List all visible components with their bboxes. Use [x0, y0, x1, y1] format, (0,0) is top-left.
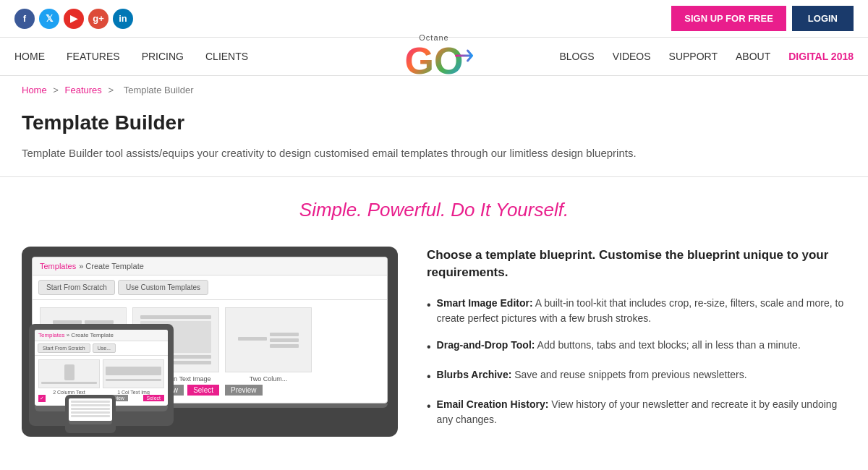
phone-screen [69, 398, 112, 421]
tablet-phone-icon [64, 364, 75, 380]
screen-tabs: Start From Scratch Use Custom Templates [33, 275, 387, 300]
nav-right: BLOGS VIDEOS SUPPORT ABOUT DIGITAL 2018 [434, 38, 854, 75]
tablet-label-2: 1 Col Text Img [103, 390, 164, 395]
breadcrumb-sep2: > [108, 85, 116, 95]
feature-text-2: Drag-and-Drop Tool: Add buttons, tabs an… [437, 338, 801, 353]
tablet-thumb-2 [103, 359, 164, 388]
content-row: Templates » Create Template Start From S… [22, 247, 846, 437]
tagline: Simple. Powerful. Do It Yourself. [22, 199, 846, 221]
template-preview-btn-3[interactable]: Preview [225, 385, 263, 396]
feature-item-3: • Blurbs Archive: Save and reuse snippet… [427, 367, 846, 385]
tablet-check-1: ✓ [38, 395, 46, 402]
nav-left: HOME FEATURES PRICING CLIENTS [14, 38, 434, 75]
content-heading: Choose a template blueprint. Customise t… [427, 247, 846, 281]
logo-arrow-icon [454, 46, 479, 65]
phone-line-2 [71, 404, 110, 406]
feature-name-2: Drag-and-Drop Tool: [437, 339, 535, 351]
top-buttons: SIGN UP FOR FREE LOGIN [671, 6, 854, 31]
feature-name-1: Smart Image Editor: [437, 297, 533, 309]
youtube-icon[interactable]: ▶ [64, 9, 84, 29]
nav-home[interactable]: HOME [14, 38, 45, 75]
bullet-1: • [427, 296, 431, 314]
template-label-3: Two Colum... [225, 375, 312, 383]
logo[interactable]: Octane GO [405, 29, 464, 84]
breadcrumb-sep1: > [53, 85, 61, 95]
feature-item-4: • Email Creation History: View history o… [427, 397, 846, 427]
googleplus-icon[interactable]: g+ [88, 9, 109, 29]
breadcrumb-features[interactable]: Features [65, 85, 102, 95]
screenshot-container: Templates » Create Template Start From S… [22, 247, 398, 437]
screen-tab-custom[interactable]: Use Custom Templates [118, 280, 208, 295]
feature-desc-2: Add buttons, tabs and text blocks; all i… [537, 339, 801, 351]
nav-videos[interactable]: VIDEOS [613, 38, 651, 75]
login-button[interactable]: LOGIN [792, 6, 854, 31]
nav-digital2018[interactable]: DIGITAL 2018 [788, 38, 854, 75]
phone-bottom-bar [69, 421, 112, 424]
template-item-3: Two Colum... Preview [225, 307, 312, 396]
right-content: Choose a template blueprint. Customise t… [427, 247, 846, 427]
tablet-thumb-1 [38, 359, 100, 388]
page-title: Template Builder [22, 111, 846, 134]
main-content: Simple. Powerful. Do It Yourself. Templa… [0, 177, 868, 451]
navigation: HOME FEATURES PRICING CLIENTS Octane GO … [0, 37, 868, 76]
feature-text-3: Blurbs Archive: Save and reuse snippets … [437, 367, 747, 383]
screen-header: Templates » Create Template [33, 257, 387, 275]
feature-list: • Smart Image Editor: A built-in tool-ki… [427, 296, 846, 427]
nav-clients[interactable]: CLIENTS [205, 38, 248, 75]
feature-name-4: Email Creation History: [437, 398, 549, 410]
signup-button[interactable]: SIGN UP FOR FREE [671, 6, 786, 31]
page-title-section: Template Builder Template Builder tool a… [0, 104, 868, 177]
phone-line-5 [71, 415, 110, 417]
tablet-tabs: Start From Scratch Use... [35, 341, 168, 356]
breadcrumb-home[interactable]: Home [22, 85, 47, 95]
twitter-icon[interactable]: 𝕏 [39, 9, 59, 29]
screen-tab-scratch[interactable]: Start From Scratch [38, 280, 115, 295]
feature-item-1: • Smart Image Editor: A built-in tool-ki… [427, 296, 846, 326]
feature-text-1: Smart Image Editor: A built-in tool-kit … [437, 296, 846, 326]
tablet-line-1 [41, 382, 97, 384]
template-select-btn-2[interactable]: Select [187, 385, 219, 396]
template-thumb-3 [225, 307, 312, 372]
bullet-4: • [427, 398, 431, 415]
tablet-label-1: 2 Column Text [38, 390, 100, 395]
nav-blogs[interactable]: BLOGS [559, 38, 594, 75]
tablet-tab-custom[interactable]: Use... [93, 343, 116, 353]
nav-support[interactable]: SUPPORT [669, 38, 718, 75]
phone-line-4 [71, 411, 110, 414]
bullet-2: • [427, 338, 431, 356]
screen-outer: Templates » Create Template Start From S… [22, 247, 398, 437]
nav-about[interactable]: ABOUT [736, 38, 770, 75]
tablet-line-2 [106, 379, 161, 381]
tablet-header: Templates » Create Template [35, 330, 168, 341]
phone-line-1 [71, 401, 110, 403]
phone-overlay [65, 395, 116, 433]
linkedin-icon[interactable]: in [113, 9, 133, 29]
feature-name-3: Blurbs Archive: [437, 369, 512, 380]
nav-features[interactable]: FEATURES [67, 38, 120, 75]
feature-item-2: • Drag-and-Drop Tool: Add buttons, tabs … [427, 338, 846, 356]
feature-desc-3: Save and reuse snippets from previous ne… [514, 369, 746, 380]
tablet-tab-scratch[interactable]: Start From Scratch [38, 343, 90, 353]
phone-line-3 [71, 408, 110, 410]
page-description: Template Builder tool assists/equips you… [22, 145, 673, 162]
template-select-row-3: Preview [225, 385, 312, 396]
bullet-3: • [427, 368, 431, 385]
social-icons: f 𝕏 ▶ g+ in [14, 9, 133, 29]
facebook-icon[interactable]: f [14, 9, 35, 29]
tablet-select-btn-2[interactable]: Select [143, 395, 164, 401]
feature-text-4: Email Creation History: View history of … [437, 397, 846, 427]
breadcrumb-current: Template Builder [124, 85, 194, 95]
nav-pricing[interactable]: PRICING [142, 38, 184, 75]
